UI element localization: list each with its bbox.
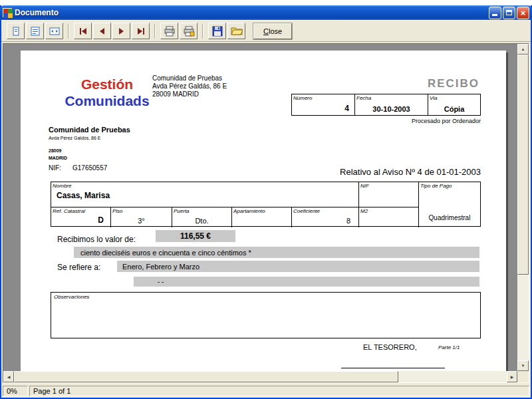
- observaciones-box: Observaciones: [51, 292, 481, 338]
- community-address: Avda Pérez Galdós, 86 E: [49, 136, 100, 140]
- window-title: Documento: [15, 8, 486, 17]
- scroll-left-button[interactable]: ◀: [3, 371, 14, 382]
- m2-cell: M2: [359, 207, 419, 227]
- coeficiente-label: Coeficiente: [293, 208, 320, 214]
- vertical-scroll-thumb[interactable]: [517, 55, 529, 275]
- refers-extra: - -: [134, 277, 479, 287]
- horizontal-scrollbar[interactable]: ◀ ▶: [3, 371, 517, 382]
- recipient-table: Nombre Casas, Marisa NIF Tipo de Pago Qu…: [51, 182, 481, 227]
- view-single-page-button[interactable]: [7, 23, 25, 39]
- recibo-title: RECIBO: [428, 77, 479, 90]
- statusbar-page-info: Page 1 of 1: [29, 386, 529, 396]
- next-page-button[interactable]: [112, 23, 130, 39]
- close-preview-button[interactable]: Close: [253, 23, 292, 39]
- maximize-icon: [506, 10, 512, 15]
- preview-area: Gestión Comunidads Comunidad de Pruebas …: [3, 43, 529, 383]
- community-name: Comunidad de Pruebas: [49, 126, 130, 134]
- amount-value: 116,55 €: [156, 230, 235, 242]
- tipo-pago-label: Tipo de Pago: [420, 183, 452, 189]
- maximize-button[interactable]: [503, 7, 515, 19]
- minimize-button[interactable]: [489, 7, 501, 19]
- numero-cell: Número 4: [292, 94, 355, 115]
- previous-page-icon: [100, 28, 104, 35]
- signature-line: [341, 368, 445, 368]
- via-label: Via: [430, 95, 437, 101]
- open-folder-icon: [231, 26, 243, 36]
- amount-label: Recibimos lo valor de:: [57, 235, 136, 244]
- horizontal-scroll-thumb[interactable]: [14, 371, 398, 382]
- first-page-icon: [80, 28, 86, 35]
- refers-label: Se refiere a:: [57, 263, 100, 272]
- m2-label: M2: [360, 208, 368, 214]
- company-logo: Gestión Comunidads: [54, 76, 160, 109]
- processed-note: Procesado por Ordenador: [412, 118, 481, 124]
- puerta-value: Dto.: [172, 217, 231, 225]
- nif-value: G17650557: [72, 164, 107, 172]
- app-icon[interactable]: [3, 8, 12, 17]
- aviso-line: Relativo al Aviso Nº 4 de 01-01-2003: [340, 167, 481, 177]
- scroll-up-button[interactable]: ▲: [517, 44, 529, 55]
- close-preview-label: Close: [263, 27, 282, 35]
- horizontal-scroll-track[interactable]: [14, 371, 507, 382]
- scroll-right-button[interactable]: ▶: [507, 371, 517, 382]
- toolbar: Close: [1, 20, 531, 42]
- nombre-value: Casas, Marisa: [57, 191, 110, 200]
- full-page-icon: [30, 26, 41, 37]
- print-button[interactable]: [160, 23, 178, 39]
- coeficiente-cell: Coeficiente 8: [292, 207, 359, 227]
- fecha-label: Fecha: [356, 95, 371, 101]
- printer-icon: [164, 26, 176, 37]
- ref-catastral-cell: Ref. Catastral D: [51, 207, 111, 227]
- previous-page-button[interactable]: [93, 23, 111, 39]
- header-address-line: 28009 MADRID: [152, 90, 272, 98]
- document-preview-window: Documento ×: [0, 5, 532, 399]
- scrollbar-corner: [517, 371, 529, 382]
- puerta-cell: Puerta Dto.: [172, 207, 232, 227]
- logo-line1: Gestión: [54, 76, 160, 92]
- tipo-pago-cell: Tipo de Pago Quadrimestral: [419, 182, 480, 227]
- via-value: Cópia: [428, 105, 480, 113]
- close-window-button[interactable]: ×: [517, 7, 529, 19]
- first-page-button[interactable]: [74, 23, 92, 39]
- nombre-cell: Nombre Casas, Marisa: [51, 182, 359, 207]
- receipt-meta-table: Número 4 Fecha 30-10-2003 Via Cópia: [291, 94, 481, 116]
- last-page-button[interactable]: [132, 23, 150, 39]
- table-nif-label: NIF: [360, 183, 369, 189]
- printer-setup-icon: [183, 26, 195, 37]
- next-page-icon: [119, 28, 124, 35]
- toolbar-separator: [202, 24, 203, 39]
- apartamiento-label: Apartamiento: [233, 208, 265, 214]
- header-address: Comunidad de Pruebas Avda Pérez Galdás, …: [152, 74, 272, 98]
- parte-label: Parte 1/1: [438, 344, 460, 350]
- coeficiente-value: 8: [346, 217, 350, 225]
- last-page-icon: [138, 28, 144, 35]
- header-address-line: Avda Pérez Galdás, 86 E: [152, 82, 272, 90]
- tipo-pago-value: Quadrimestral: [419, 214, 480, 221]
- ref-catastral-label: Ref. Catastral: [53, 208, 85, 214]
- fecha-cell: Fecha 30-10-2003: [355, 94, 428, 115]
- vertical-scroll-track[interactable]: [517, 55, 529, 360]
- nif-column-cell: NIF: [359, 182, 419, 207]
- numero-label: Número: [293, 95, 312, 101]
- piso-value: 3°: [111, 217, 172, 225]
- piso-cell: Piso 3°: [111, 207, 172, 227]
- view-full-page-button[interactable]: [26, 23, 44, 39]
- logo-line2: Comunidads: [54, 92, 160, 109]
- scroll-down-button[interactable]: ▼: [517, 360, 529, 371]
- vertical-scrollbar[interactable]: ▲ ▼: [517, 44, 529, 371]
- community-zip: 28009: [49, 148, 61, 153]
- single-page-icon: [11, 26, 21, 37]
- toolbar-separator: [154, 24, 156, 39]
- toolbar-separator: [68, 24, 69, 39]
- piso-label: Piso: [112, 208, 123, 214]
- titlebar[interactable]: Documento ×: [0, 5, 532, 20]
- open-button[interactable]: [227, 23, 245, 39]
- statusbar: 0% Page 1 of 1: [1, 384, 531, 398]
- save-button[interactable]: [208, 23, 226, 39]
- view-page-width-button[interactable]: [45, 23, 63, 39]
- window-controls: ×: [489, 7, 529, 19]
- floppy-disk-icon: [212, 26, 223, 37]
- print-setup-button[interactable]: [180, 23, 198, 39]
- statusbar-zoom: 0%: [3, 386, 28, 396]
- via-cell: Via Cópia: [428, 94, 480, 115]
